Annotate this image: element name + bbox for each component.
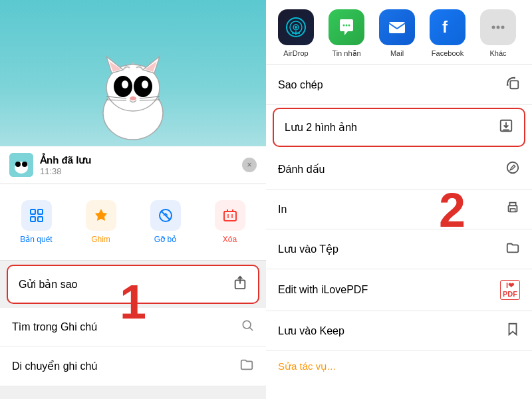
right-panel: AirDrop Tin nhắn Mail <box>266 0 532 399</box>
step-number-1: 1 <box>120 278 146 326</box>
mail-share-app[interactable]: Mail <box>374 9 420 58</box>
svg-point-10 <box>130 96 136 100</box>
notification-close-button[interactable]: × <box>242 158 257 172</box>
mail-label: Mail <box>390 49 404 57</box>
ban-quet-button[interactable]: Bản quét <box>5 195 67 249</box>
go-bo-icon <box>150 200 181 231</box>
svg-point-40 <box>343 25 345 27</box>
svg-point-46 <box>497 26 500 29</box>
svg-point-41 <box>346 25 348 27</box>
svg-rect-53 <box>510 209 515 212</box>
ghim-icon <box>86 200 116 231</box>
facebook-share-app[interactable]: f Facebook <box>424 9 471 58</box>
tim-trong-ghi-chu-text: Tìm trong Ghi chú <box>12 321 97 333</box>
ghim-label: Ghim <box>91 235 110 244</box>
luu-vao-tep-text: Lưu vào Tệp <box>278 243 338 255</box>
right-menu-list: Sao chép Lưu 2 hình ảnh Đánh dấu <box>266 65 532 399</box>
more-share-app[interactable]: Khác <box>475 9 521 58</box>
svg-rect-43 <box>389 22 405 33</box>
notif-thumbnail <box>9 153 33 177</box>
svg-line-24 <box>161 211 170 220</box>
luu-vao-keep-item[interactable]: Lưu vào Keep <box>266 311 532 351</box>
photo-area <box>0 0 266 146</box>
luu-2-hinh-anh-text: Lưu 2 hình ảnh <box>285 121 357 134</box>
svg-rect-25 <box>224 211 236 221</box>
di-chuyen-ghi-chu-text: Di chuyển ghi chú <box>12 360 97 372</box>
airdrop-label: AirDrop <box>283 49 308 57</box>
copy-icon <box>505 76 520 94</box>
svg-point-37 <box>295 26 297 29</box>
tin-nhan-label: Tin nhắn <box>332 49 360 58</box>
sao-chep-text: Sao chép <box>278 79 323 91</box>
xoa-label: Xóa <box>223 235 237 244</box>
markup-icon <box>505 160 520 178</box>
edit-ilovepdf-text: Edit with iLovePDF <box>278 284 368 296</box>
facebook-label: Facebook <box>432 49 464 57</box>
svg-rect-22 <box>38 217 43 221</box>
airdrop-share-app[interactable]: AirDrop <box>273 9 319 58</box>
folder-icon <box>239 357 254 375</box>
luu-vao-tep-item[interactable]: Lưu vào Tệp <box>266 229 532 269</box>
go-bo-button[interactable]: Gỡ bỏ <box>134 195 196 249</box>
svg-rect-20 <box>38 209 43 214</box>
facebook-icon: f <box>430 9 466 45</box>
in-text: In <box>278 203 287 215</box>
ban-quet-icon <box>21 200 52 231</box>
messages-icon <box>329 9 364 45</box>
go-bo-label: Gỡ bỏ <box>154 235 176 244</box>
save-to-photos-icon <box>499 118 513 136</box>
search-icon <box>241 319 254 335</box>
svg-point-8 <box>122 80 128 88</box>
svg-point-18 <box>22 162 27 167</box>
print-icon <box>505 200 520 218</box>
share-icon <box>233 275 247 293</box>
ilovepdf-badge: I❤PDF <box>500 280 520 300</box>
svg-point-51 <box>507 162 519 174</box>
svg-text:f: f <box>442 18 448 36</box>
gui-ban-sao-text: Gửi bản sao <box>19 278 77 291</box>
ghim-button[interactable]: Ghim <box>70 195 132 249</box>
mail-icon <box>379 9 415 45</box>
luu-vao-keep-text: Lưu vào Keep <box>278 325 344 337</box>
tin-nhan-share-app[interactable]: Tin nhắn <box>323 9 370 58</box>
airdrop-icon <box>278 9 314 45</box>
edit-actions-link[interactable]: Sửa tác vụ... <box>266 351 532 382</box>
notification-time: 11:38 <box>40 166 242 176</box>
svg-rect-19 <box>31 209 35 214</box>
sao-chep-item[interactable]: Sao chép <box>266 65 532 105</box>
more-icon <box>480 9 516 45</box>
di-chuyen-ghi-chu-item[interactable]: Di chuyển ghi chú <box>0 346 266 386</box>
in-item[interactable]: In <box>266 190 532 229</box>
notification-text: Ảnh đã lưu 11:38 <box>40 154 242 176</box>
edit-ilovepdf-item[interactable]: Edit with iLovePDF I❤PDF <box>266 269 532 311</box>
action-buttons-row: Bản quét Ghim Gỡ bỏ <box>0 184 266 261</box>
svg-point-42 <box>348 25 350 27</box>
danh-dau-item[interactable]: Đánh dấu <box>266 150 532 190</box>
files-folder-icon <box>505 240 520 258</box>
more-label: Khác <box>489 49 506 57</box>
share-apps-row: AirDrop Tin nhắn Mail <box>266 0 532 65</box>
xoa-button[interactable]: Xóa <box>199 195 261 249</box>
danh-dau-text: Đánh dấu <box>278 163 325 176</box>
svg-line-33 <box>249 327 252 330</box>
svg-point-47 <box>501 26 505 29</box>
ban-quet-label: Bản quét <box>20 235 52 244</box>
keep-bookmark-icon <box>505 322 520 340</box>
svg-point-9 <box>142 80 148 88</box>
svg-rect-48 <box>510 80 518 88</box>
svg-point-17 <box>15 162 21 167</box>
left-panel: Ảnh đã lưu 11:38 × Bản quét G <box>0 0 266 399</box>
step-number-2: 2 <box>439 186 466 234</box>
luu-2-hinh-anh-item[interactable]: Lưu 2 hình ảnh <box>273 108 525 147</box>
notification-bar: Ảnh đã lưu 11:38 × <box>0 146 266 184</box>
ilovepdf-icon: I❤PDF <box>500 280 520 300</box>
edit-actions-text: Sửa tác vụ... <box>278 360 336 372</box>
svg-point-45 <box>492 26 495 29</box>
svg-rect-21 <box>31 217 35 221</box>
xoa-icon <box>215 200 245 231</box>
notification-title: Ảnh đã lưu <box>40 154 242 166</box>
